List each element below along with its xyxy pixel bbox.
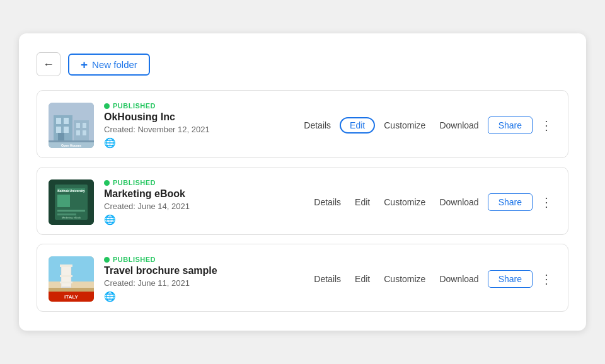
item-thumbnail: ITALY bbox=[49, 256, 94, 302]
svg-rect-18 bbox=[57, 195, 70, 207]
status-label: PUBLISHED bbox=[113, 179, 156, 186]
item-info: PUBLISHED Travel brochure sample Created… bbox=[104, 256, 309, 302]
status-dot bbox=[104, 257, 110, 263]
item-info: PUBLISHED OkHousing Inc Created: Novembe… bbox=[104, 102, 299, 149]
more-icon: ⋮ bbox=[540, 195, 553, 210]
back-button[interactable]: ← bbox=[37, 52, 60, 76]
back-icon: ← bbox=[43, 58, 54, 71]
more-options-button[interactable]: ⋮ bbox=[536, 192, 556, 212]
item-title: OkHousing Inc bbox=[104, 111, 299, 123]
svg-rect-10 bbox=[76, 130, 80, 135]
customize-button[interactable]: Customize bbox=[379, 271, 430, 287]
svg-rect-3 bbox=[64, 118, 69, 124]
thumb-image-2: Balthak University Marketing eBook bbox=[49, 179, 94, 225]
status-label: PUBLISHED bbox=[113, 256, 156, 263]
svg-rect-13 bbox=[49, 140, 94, 142]
svg-rect-9 bbox=[83, 123, 86, 128]
item-date: Created: June 14, 2021 bbox=[104, 202, 309, 211]
svg-rect-5 bbox=[64, 127, 69, 133]
more-options-button[interactable]: ⋮ bbox=[536, 115, 556, 135]
thumb-image-3: ITALY bbox=[49, 256, 94, 302]
item-thumbnail: Balthak University Marketing eBook bbox=[49, 179, 94, 225]
toolbar: ← + New folder bbox=[37, 52, 568, 76]
new-folder-button[interactable]: + New folder bbox=[68, 54, 150, 76]
more-options-button[interactable]: ⋮ bbox=[536, 269, 556, 289]
item-status: PUBLISHED bbox=[104, 256, 309, 263]
share-button[interactable]: Share bbox=[488, 193, 533, 211]
edit-button[interactable]: Edit bbox=[350, 271, 375, 287]
item-actions: Details Edit Customize Download Share ⋮ bbox=[309, 192, 556, 212]
item-actions: Details Edit Customize Download Share ⋮ bbox=[309, 269, 556, 289]
item-status: PUBLISHED bbox=[104, 102, 299, 110]
edit-button[interactable]: Edit bbox=[350, 195, 375, 210]
customize-button[interactable]: Customize bbox=[379, 118, 430, 133]
list-item: Open Houses PUBLISHED OkHousing Inc Crea… bbox=[37, 90, 568, 158]
list-item: ITALY PUBLISHED Travel brochure sample C… bbox=[37, 244, 568, 312]
share-button[interactable]: Share bbox=[488, 117, 533, 134]
globe-icon: 🌐 bbox=[104, 291, 309, 302]
globe-icon: 🌐 bbox=[104, 137, 299, 149]
svg-text:ITALY: ITALY bbox=[64, 294, 78, 300]
item-status: PUBLISHED bbox=[104, 179, 309, 186]
svg-text:Balthak University: Balthak University bbox=[57, 189, 85, 193]
svg-rect-2 bbox=[56, 118, 61, 124]
plus-icon: + bbox=[81, 59, 88, 71]
details-button[interactable]: Details bbox=[309, 195, 346, 210]
item-date: Created: November 12, 2021 bbox=[104, 125, 299, 134]
svg-rect-27 bbox=[60, 275, 72, 277]
more-icon: ⋮ bbox=[540, 271, 553, 287]
svg-rect-19 bbox=[57, 210, 85, 212]
customize-button[interactable]: Customize bbox=[379, 195, 430, 210]
item-thumbnail: Open Houses bbox=[49, 103, 94, 148]
download-button[interactable]: Download bbox=[434, 195, 483, 210]
svg-rect-8 bbox=[76, 123, 80, 128]
svg-text:Open Houses: Open Houses bbox=[61, 144, 81, 147]
edit-button[interactable]: Edit bbox=[340, 117, 375, 134]
main-container: ← + New folder bbox=[19, 33, 586, 331]
status-label: PUBLISHED bbox=[113, 102, 156, 110]
download-button[interactable]: Download bbox=[434, 271, 483, 287]
item-title: Marketing eBook bbox=[104, 188, 309, 200]
list-item: Balthak University Marketing eBook PUBLI… bbox=[37, 167, 568, 235]
download-button[interactable]: Download bbox=[434, 118, 483, 133]
item-date: Created: June 11, 2021 bbox=[104, 278, 309, 288]
status-dot bbox=[104, 180, 110, 186]
globe-icon: 🌐 bbox=[104, 214, 309, 225]
item-actions: Details Edit Customize Download Share ⋮ bbox=[299, 115, 556, 135]
svg-rect-28 bbox=[60, 282, 72, 283]
svg-rect-6 bbox=[58, 133, 64, 140]
status-dot bbox=[104, 103, 110, 109]
svg-rect-11 bbox=[83, 130, 86, 135]
svg-rect-20 bbox=[57, 213, 76, 215]
new-folder-label: New folder bbox=[92, 59, 137, 70]
thumb-image-1: Open Houses bbox=[49, 103, 94, 148]
svg-rect-26 bbox=[60, 264, 72, 267]
svg-text:Marketing eBook: Marketing eBook bbox=[62, 216, 81, 219]
share-button[interactable]: Share bbox=[488, 270, 533, 288]
item-list: Open Houses PUBLISHED OkHousing Inc Crea… bbox=[37, 90, 568, 312]
more-icon: ⋮ bbox=[540, 118, 553, 133]
item-title: Travel brochure sample bbox=[104, 265, 309, 276]
details-button[interactable]: Details bbox=[299, 118, 336, 133]
details-button[interactable]: Details bbox=[309, 271, 346, 287]
svg-rect-7 bbox=[74, 120, 89, 140]
item-info: PUBLISHED Marketing eBook Created: June … bbox=[104, 179, 309, 225]
svg-rect-4 bbox=[56, 127, 61, 133]
